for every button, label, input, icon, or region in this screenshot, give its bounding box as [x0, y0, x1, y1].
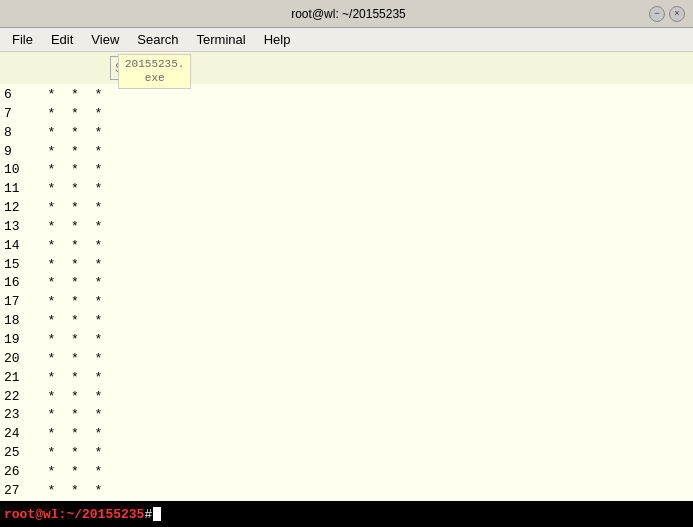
line-number: 15 — [4, 256, 32, 275]
line-content: * * * — [32, 199, 102, 218]
terminal-content: 6 * * *7 * * *8 * * *9 * * *10 * * *11 *… — [0, 84, 693, 501]
table-row: 10 * * * — [4, 161, 689, 180]
line-number: 18 — [4, 312, 32, 331]
table-row: 13 * * * — [4, 218, 689, 237]
menu-view[interactable]: View — [83, 30, 127, 49]
table-row: 11 * * * — [4, 180, 689, 199]
table-row: 18 * * * — [4, 312, 689, 331]
line-content: * * * — [32, 350, 102, 369]
menu-search[interactable]: Search — [129, 30, 186, 49]
table-row: 26 * * * — [4, 463, 689, 482]
line-content: * * * — [32, 388, 102, 407]
table-row: 22 * * * — [4, 388, 689, 407]
line-content: * * * — [32, 293, 102, 312]
line-number: 25 — [4, 444, 32, 463]
line-number: 7 — [4, 105, 32, 124]
line-content: * * * — [32, 180, 102, 199]
menu-file[interactable]: File — [4, 30, 41, 49]
table-row: 25 * * * — [4, 444, 689, 463]
terminal-lines: 6 * * *7 * * *8 * * *9 * * *10 * * *11 *… — [4, 86, 689, 501]
line-content: * * * — [32, 482, 102, 501]
line-content: * * * — [32, 237, 102, 256]
window-title: root@wl: ~/20155235 — [48, 7, 649, 21]
table-row: 12 * * * — [4, 199, 689, 218]
table-row: 15 * * * — [4, 256, 689, 275]
table-row: 14 * * * — [4, 237, 689, 256]
line-number: 6 — [4, 86, 32, 105]
line-content: * * * — [32, 406, 102, 425]
menu-terminal[interactable]: Terminal — [189, 30, 254, 49]
line-content: * * * — [32, 124, 102, 143]
line-content: * * * — [32, 218, 102, 237]
menu-edit[interactable]: Edit — [43, 30, 81, 49]
table-row: 17 * * * — [4, 293, 689, 312]
table-row: 19 * * * — [4, 331, 689, 350]
cursor — [153, 507, 161, 521]
line-number: 11 — [4, 180, 32, 199]
line-content: * * * — [32, 312, 102, 331]
line-number: 17 — [4, 293, 32, 312]
menu-help[interactable]: Help — [256, 30, 299, 49]
table-row: 16 * * * — [4, 274, 689, 293]
line-number: 21 — [4, 369, 32, 388]
table-row: 6 * * * — [4, 86, 689, 105]
line-content: * * * — [32, 369, 102, 388]
search-box[interactable] — [110, 56, 190, 80]
prompt-symbol: # — [144, 507, 152, 522]
line-content: * * * — [32, 331, 102, 350]
line-content: * * * — [32, 463, 102, 482]
search-bar-area: 20155235. exe — [0, 52, 693, 84]
search-input[interactable] — [115, 61, 185, 75]
line-number: 10 — [4, 161, 32, 180]
line-number: 27 — [4, 482, 32, 501]
table-row: 23 * * * — [4, 406, 689, 425]
table-row: 8 * * * — [4, 124, 689, 143]
line-number: 14 — [4, 237, 32, 256]
line-content: * * * — [32, 274, 102, 293]
line-content: * * * — [32, 105, 102, 124]
title-bar: root@wl: ~/20155235 − × — [0, 0, 693, 28]
line-number: 23 — [4, 406, 32, 425]
table-row: 20 * * * — [4, 350, 689, 369]
line-number: 22 — [4, 388, 32, 407]
prompt-bar: root@wl:~/20155235 # — [0, 501, 693, 527]
menu-bar: File Edit View Search Terminal Help — [0, 28, 693, 52]
close-button[interactable]: × — [669, 6, 685, 22]
line-content: * * * — [32, 256, 102, 275]
line-number: 26 — [4, 463, 32, 482]
line-number: 13 — [4, 218, 32, 237]
line-number: 8 — [4, 124, 32, 143]
line-content: * * * — [32, 444, 102, 463]
line-number: 24 — [4, 425, 32, 444]
table-row: 9 * * * — [4, 143, 689, 162]
table-row: 7 * * * — [4, 105, 689, 124]
table-row: 24 * * * — [4, 425, 689, 444]
line-content: * * * — [32, 161, 102, 180]
line-number: 9 — [4, 143, 32, 162]
table-row: 27 * * * — [4, 482, 689, 501]
line-number: 16 — [4, 274, 32, 293]
line-content: * * * — [32, 425, 102, 444]
window-controls[interactable]: − × — [649, 6, 685, 22]
line-content: * * * — [32, 143, 102, 162]
line-number: 20 — [4, 350, 32, 369]
prompt-text: root@wl:~/20155235 — [4, 507, 144, 522]
line-content: * * * — [32, 86, 102, 105]
table-row: 21 * * * — [4, 369, 689, 388]
line-number: 19 — [4, 331, 32, 350]
minimize-button[interactable]: − — [649, 6, 665, 22]
line-number: 12 — [4, 199, 32, 218]
